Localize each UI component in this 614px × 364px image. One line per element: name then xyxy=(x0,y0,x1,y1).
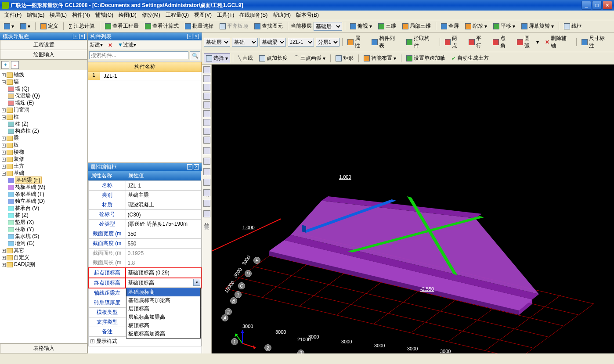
dd-option[interactable]: 基础底标高加梁高 xyxy=(126,296,200,305)
point-angle-button[interactable]: 点角 xyxy=(491,33,513,51)
tree-insul[interactable]: 保温墙 (Q) xyxy=(15,93,40,99)
component-tree[interactable]: +轴线 –墙 墙 (Q) 保温墙 (Q) 墙垛 (E) +门窗洞 –柱 柱 (Z… xyxy=(0,70,87,344)
menu-view[interactable]: 视图(V) xyxy=(191,11,214,20)
tree-cad[interactable]: CAD识别 xyxy=(14,261,35,267)
del-aux-button[interactable]: ✕删除辅轴 xyxy=(543,33,574,51)
prop-width-value[interactable]: 350 xyxy=(126,229,201,239)
filter-button[interactable]: ▼过滤▾ xyxy=(118,41,136,49)
vtool-rotate[interactable] xyxy=(203,128,210,135)
local-3d-button[interactable]: 局部三维 xyxy=(400,21,433,31)
complist-close-icon[interactable]: × xyxy=(194,34,199,39)
menu-version[interactable]: 版本号(B) xyxy=(293,11,321,20)
tree-wall-s[interactable]: 墙垛 (E) xyxy=(15,100,34,106)
dd-option[interactable]: 基础顶标高 xyxy=(126,288,200,296)
three-pt-arc-button[interactable]: ⌒三点画弧▾ xyxy=(292,53,328,63)
vtool-mirror[interactable] xyxy=(203,93,210,100)
prop-pin-icon[interactable]: ▫ xyxy=(187,164,192,169)
tree-beam[interactable]: 梁 xyxy=(14,135,19,141)
collapse-all-button[interactable]: – xyxy=(11,61,19,69)
dd-option[interactable]: 板底标高加梁高 xyxy=(126,330,200,338)
tree-wall[interactable]: 墙 xyxy=(14,79,19,85)
dd-option[interactable]: 层顶标高 xyxy=(126,305,200,313)
tree-foundation[interactable]: 基础 xyxy=(14,170,24,176)
prop-close-icon[interactable]: × xyxy=(194,164,199,169)
vtool-del[interactable] xyxy=(203,101,210,108)
tree-foundation-beam[interactable]: 基础梁 (F) xyxy=(15,177,42,184)
maximize-button[interactable]: □ xyxy=(592,1,602,10)
sel-category[interactable]: 基础 xyxy=(232,38,258,47)
pt-length-button[interactable]: 点加长度 xyxy=(257,53,290,63)
row-value[interactable]: JZL-1 xyxy=(100,72,202,80)
menu-edit[interactable]: 编辑(E) xyxy=(24,11,47,20)
tree-col-pad[interactable]: 柱墩 (Y) xyxy=(15,226,34,232)
arc-button[interactable]: 圆弧▾ xyxy=(515,33,541,51)
vtool-move[interactable] xyxy=(203,119,210,126)
prop-end-top-elev[interactable]: 基础顶标高 ▾ 基础顶标高 基础底标高加梁高 层顶标高 层底标高加梁高 板顶标高… xyxy=(126,278,201,288)
find-entity-button[interactable]: 查找图元 xyxy=(252,21,285,31)
tree-deco[interactable]: 装修 xyxy=(14,156,24,162)
fullscreen-button[interactable]: 全屏 xyxy=(439,21,461,31)
nav-pin-icon[interactable]: ▫ xyxy=(73,34,78,39)
menu-tools[interactable]: 工具(T) xyxy=(214,11,237,20)
line-button[interactable]: ╲直线 xyxy=(236,53,255,63)
zoom-button[interactable]: 缩放▾ xyxy=(463,21,489,31)
grid-row[interactable]: 1 JZL-1 xyxy=(88,72,202,80)
pan-button[interactable]: 平移▾ xyxy=(491,21,517,31)
prop-height-value[interactable]: 550 xyxy=(126,239,201,249)
prop-type-value[interactable]: 基础主梁 xyxy=(126,191,201,200)
vtool-align[interactable] xyxy=(203,84,210,91)
top-view-button[interactable]: 俯视▾ xyxy=(348,21,374,31)
select-button[interactable]: 选择▾ xyxy=(204,53,230,63)
current-floor-select[interactable]: 基础层 xyxy=(314,22,342,31)
expand-all-button[interactable]: + xyxy=(1,61,9,69)
vtool-trim[interactable] xyxy=(203,147,210,154)
property-button[interactable]: 属性 xyxy=(345,33,368,51)
search-button[interactable]: 🔍 xyxy=(190,51,200,60)
3d-button[interactable]: 三维 xyxy=(376,21,398,31)
tree-column[interactable]: 柱 xyxy=(14,114,19,120)
menu-floor[interactable]: 楼层(L) xyxy=(47,11,69,20)
elevation-dropdown-list[interactable]: 基础顶标高 基础底标高加梁高 层顶标高 层底标高加梁高 板顶标高 板底标高加梁高 xyxy=(126,288,201,339)
tree-wall-q[interactable]: 墙 (Q) xyxy=(15,86,29,92)
sel-layer[interactable]: 分层1 xyxy=(316,38,340,47)
vtool-split[interactable] xyxy=(203,179,210,186)
prop-name-value[interactable]: JZL-1 xyxy=(126,181,201,191)
tree-custom[interactable]: 自定义 xyxy=(14,254,29,260)
dd-option[interactable]: 层底标高加梁高 xyxy=(126,313,200,321)
tree-pile-cap[interactable]: 桩承台 (V) xyxy=(15,205,39,211)
search-component-input[interactable] xyxy=(89,51,188,59)
new-component-button[interactable]: 新建▾ xyxy=(90,41,103,49)
vtool-extend[interactable] xyxy=(203,137,210,144)
parallel-button[interactable]: 平行 xyxy=(466,33,489,51)
nav-close-icon[interactable]: × xyxy=(79,34,85,39)
project-settings-tab[interactable]: 工程设置 xyxy=(0,40,87,50)
close-button[interactable]: × xyxy=(603,1,612,10)
menu-help[interactable]: 帮助(H) xyxy=(270,11,293,20)
menu-online[interactable]: 在线服务(S) xyxy=(237,11,270,20)
sel-subcategory[interactable]: 基础梁 xyxy=(260,38,286,47)
vtool-pick[interactable] xyxy=(203,75,210,82)
undo-button[interactable]: ▾ xyxy=(2,22,16,31)
prop-start-top-elev[interactable]: 基础顶标高 (0.29) xyxy=(126,268,201,278)
complist-button[interactable]: 构件列表 xyxy=(369,33,402,51)
tree-slab[interactable]: 板 xyxy=(14,142,19,148)
delete-component-button[interactable]: ✕ xyxy=(108,42,112,48)
menu-aux-axis[interactable]: 辅轴(O) xyxy=(93,11,116,20)
tree-earth[interactable]: 土方 xyxy=(14,163,24,169)
tree-sump[interactable]: 集水坑 (S) xyxy=(15,233,39,239)
tree-strip[interactable]: 条形基础 (T) xyxy=(15,191,44,197)
tree-con-col[interactable]: 构造柱 (Z) xyxy=(15,128,39,134)
view-qty-button[interactable]: 查看工程量 xyxy=(103,21,141,31)
dropdown-arrow-icon[interactable]: ▾ xyxy=(193,279,200,286)
tree-other[interactable]: 其它 xyxy=(14,247,24,253)
rect-button[interactable]: 矩形 xyxy=(333,53,356,63)
tree-stair[interactable]: 楼梯 xyxy=(14,149,24,155)
sum-button[interactable]: ∑ 汇总计算 xyxy=(66,21,97,31)
flat-top-button[interactable]: 平齐板顶 xyxy=(217,21,250,31)
tree-opening[interactable]: 门窗洞 xyxy=(14,107,29,113)
view-calc-button[interactable]: 查看计算式 xyxy=(143,21,181,31)
prop-material-value[interactable]: 现浇混凝土 xyxy=(126,200,201,210)
tree-trench[interactable]: 地沟 (G) xyxy=(15,240,35,246)
smart-layout-button[interactable]: 智能布置▾ xyxy=(361,53,398,63)
menu-quantity[interactable]: 工程量(Q) xyxy=(163,11,191,20)
